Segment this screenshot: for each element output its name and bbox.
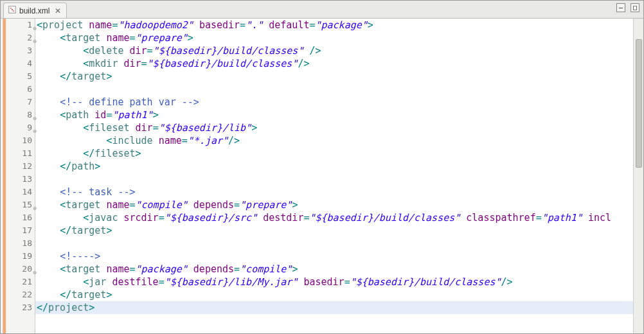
gutter-line[interactable]: 16 [6,211,35,224]
code-line[interactable]: </fileset> [35,147,633,160]
code-line[interactable]: <mkdir dir="${basedir}/build/classes"/> [35,57,633,70]
gutter-line[interactable]: 7 [6,96,35,109]
gutter-line[interactable]: 18 [6,237,35,250]
gutter-line[interactable]: 13 [6,173,35,186]
code-line[interactable]: <project name="hadoopdemo2" basedir="." … [35,19,633,31]
code-line[interactable]: <include name="*.jar"/> [35,134,633,147]
gutter-line[interactable]: 15⊖ [6,198,35,211]
tab-close-button[interactable]: ✕ [55,6,61,15]
code-line[interactable]: </target> [35,70,633,83]
gutter-line[interactable]: 5 [6,70,35,83]
code-line[interactable] [35,173,633,186]
code-editor[interactable]: <project name="hadoopdemo2" basedir="." … [35,19,633,333]
gutter-line[interactable]: 21 [6,276,35,288]
code-line[interactable]: <delete dir="${basedir}/build/classes" /… [35,44,633,57]
gutter-line[interactable]: 19 [6,250,35,263]
code-line[interactable]: </target> [35,224,633,237]
code-line[interactable] [35,237,633,250]
tab-filename: build.xml [19,6,49,15]
code-line[interactable]: <!-- task --> [35,186,633,198]
gutter-line[interactable]: 4 [6,57,35,70]
code-line[interactable]: <target name="package" depends="compile"… [35,263,633,276]
minimize-button[interactable]: — [616,3,625,12]
gutter-line[interactable]: 22 [6,288,35,301]
editor-window: build.xml ✕ — □ 1⊖2⊖345678⊖9⊖10111213141… [0,0,644,334]
code-line[interactable]: <target name="prepare"> [35,31,633,44]
code-line[interactable]: <jar destfile="${basedir}/lib/My.jar" ba… [35,276,633,288]
ant-file-icon [8,5,17,16]
gutter-line[interactable]: 2⊖ [6,31,35,44]
code-line[interactable]: </path> [35,160,633,173]
code-line[interactable]: <fileset dir="${basedir}/lib"> [35,121,633,134]
code-line[interactable]: <path id="path1"> [35,109,633,121]
code-line[interactable]: <target name="compile" depends="prepare"… [35,198,633,211]
code-line[interactable]: <javac srcdir="${basedir}/src" destdir="… [35,211,633,224]
gutter-line[interactable]: 20⊖ [6,263,35,276]
maximize-button[interactable]: □ [631,3,640,12]
editor-tab[interactable]: build.xml ✕ [3,3,67,18]
gutter-line[interactable]: 14 [6,186,35,198]
gutter-line[interactable]: 23 [6,301,35,314]
vertical-scrollbar[interactable] [633,19,643,333]
editor-tabbar: build.xml ✕ — □ [1,1,643,19]
gutter-line[interactable]: 3 [6,44,35,57]
editor-area: 1⊖2⊖345678⊖9⊖101112131415⊖1617181920⊖212… [1,19,643,333]
code-line[interactable]: </project> [35,301,633,314]
gutter-line[interactable]: 8⊖ [6,109,35,121]
line-number-gutter[interactable]: 1⊖2⊖345678⊖9⊖101112131415⊖1617181920⊖212… [6,19,35,333]
code-line[interactable] [35,83,633,96]
code-line[interactable]: </target> [35,288,633,301]
gutter-line[interactable]: 17 [6,224,35,237]
scrollbar-thumb[interactable] [636,39,642,168]
code-line[interactable]: <!-- define path var --> [35,96,633,109]
gutter-line[interactable]: 6 [6,83,35,96]
gutter-line[interactable]: 1⊖ [6,19,35,31]
gutter-line[interactable]: 10 [6,134,35,147]
gutter-line[interactable]: 12 [6,160,35,173]
gutter-line[interactable]: 9⊖ [6,121,35,134]
gutter-line[interactable]: 11 [6,147,35,160]
code-line[interactable]: <!----> [35,250,633,263]
window-buttons: — □ [616,3,640,12]
